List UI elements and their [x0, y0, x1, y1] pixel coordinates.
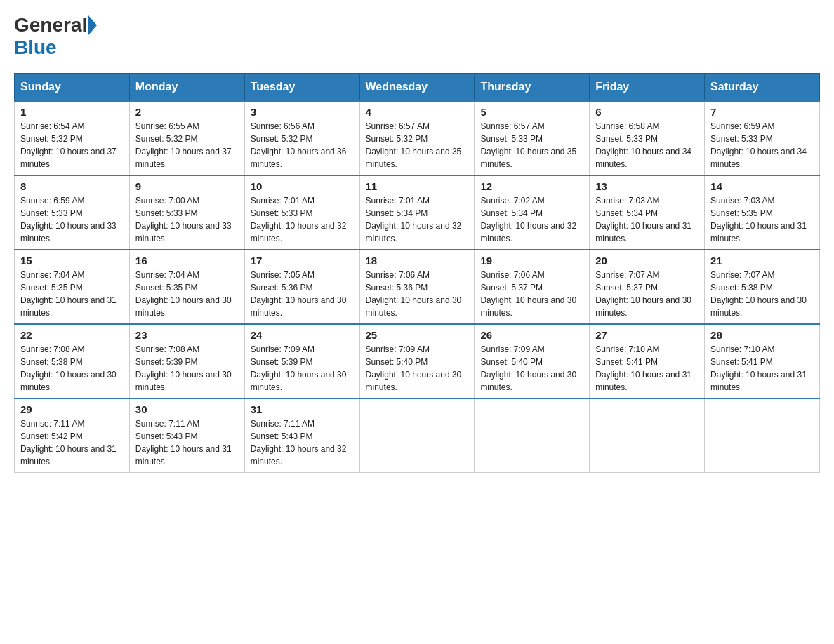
- day-number: 22: [20, 329, 124, 341]
- page-header: General Blue: [14, 14, 820, 59]
- day-number: 23: [135, 329, 239, 341]
- day-number: 16: [135, 255, 239, 267]
- calendar-table: SundayMondayTuesdayWednesdayThursdayFrid…: [14, 73, 820, 473]
- weekday-header-sunday: Sunday: [15, 74, 130, 102]
- calendar-cell: 2 Sunrise: 6:55 AMSunset: 5:32 PMDayligh…: [129, 101, 244, 175]
- day-info: Sunrise: 7:11 AMSunset: 5:43 PMDaylight:…: [251, 417, 354, 468]
- day-number: 18: [366, 255, 469, 267]
- calendar-cell: 26 Sunrise: 7:09 AMSunset: 5:40 PMDaylig…: [475, 324, 590, 398]
- day-number: 29: [20, 403, 124, 415]
- day-info: Sunrise: 7:02 AMSunset: 5:34 PMDaylight:…: [480, 194, 583, 245]
- day-info: Sunrise: 6:56 AMSunset: 5:32 PMDaylight:…: [251, 120, 354, 170]
- calendar-cell: [705, 398, 820, 473]
- day-number: 8: [20, 180, 124, 192]
- calendar-cell: 20 Sunrise: 7:07 AMSunset: 5:37 PMDaylig…: [590, 250, 705, 324]
- day-number: 28: [710, 329, 814, 341]
- day-info: Sunrise: 7:03 AMSunset: 5:34 PMDaylight:…: [595, 194, 699, 245]
- day-number: 20: [595, 255, 699, 267]
- day-info: Sunrise: 7:04 AMSunset: 5:35 PMDaylight:…: [20, 269, 124, 319]
- calendar-cell: 28 Sunrise: 7:10 AMSunset: 5:41 PMDaylig…: [705, 324, 820, 398]
- weekday-header-tuesday: Tuesday: [244, 74, 359, 102]
- calendar-cell: 29 Sunrise: 7:11 AMSunset: 5:42 PMDaylig…: [15, 398, 130, 473]
- day-number: 5: [480, 106, 583, 118]
- day-info: Sunrise: 6:57 AMSunset: 5:33 PMDaylight:…: [480, 120, 583, 170]
- calendar-cell: 21 Sunrise: 7:07 AMSunset: 5:38 PMDaylig…: [705, 250, 820, 324]
- day-number: 1: [20, 106, 124, 118]
- calendar-cell: [475, 398, 590, 473]
- logo-triangle-icon: [88, 15, 97, 35]
- calendar-cell: 18 Sunrise: 7:06 AMSunset: 5:36 PMDaylig…: [359, 250, 475, 324]
- calendar-cell: 6 Sunrise: 6:58 AMSunset: 5:33 PMDayligh…: [590, 101, 705, 175]
- calendar-cell: 19 Sunrise: 7:06 AMSunset: 5:37 PMDaylig…: [475, 250, 590, 324]
- day-info: Sunrise: 7:09 AMSunset: 5:40 PMDaylight:…: [480, 343, 583, 394]
- day-number: 25: [366, 329, 469, 341]
- calendar-cell: 25 Sunrise: 7:09 AMSunset: 5:40 PMDaylig…: [359, 324, 475, 398]
- day-number: 10: [251, 180, 354, 192]
- day-info: Sunrise: 7:10 AMSunset: 5:41 PMDaylight:…: [595, 343, 699, 394]
- day-number: 24: [251, 329, 354, 341]
- weekday-header-monday: Monday: [129, 74, 244, 102]
- day-number: 2: [135, 106, 239, 118]
- day-info: Sunrise: 7:09 AMSunset: 5:40 PMDaylight:…: [366, 343, 469, 394]
- calendar-cell: 23 Sunrise: 7:08 AMSunset: 5:39 PMDaylig…: [129, 324, 244, 398]
- logo: General Blue: [14, 14, 98, 59]
- day-number: 12: [480, 180, 583, 192]
- day-info: Sunrise: 7:04 AMSunset: 5:35 PMDaylight:…: [135, 269, 239, 319]
- day-info: Sunrise: 6:59 AMSunset: 5:33 PMDaylight:…: [20, 194, 124, 245]
- calendar-week-row: 22 Sunrise: 7:08 AMSunset: 5:38 PMDaylig…: [15, 324, 820, 398]
- day-number: 14: [710, 180, 814, 192]
- day-info: Sunrise: 7:06 AMSunset: 5:37 PMDaylight:…: [480, 269, 583, 319]
- day-info: Sunrise: 7:08 AMSunset: 5:39 PMDaylight:…: [135, 343, 239, 394]
- day-number: 17: [251, 255, 354, 267]
- calendar-cell: 8 Sunrise: 6:59 AMSunset: 5:33 PMDayligh…: [15, 175, 130, 250]
- calendar-week-row: 15 Sunrise: 7:04 AMSunset: 5:35 PMDaylig…: [15, 250, 820, 324]
- day-info: Sunrise: 6:57 AMSunset: 5:32 PMDaylight:…: [366, 120, 469, 170]
- day-number: 31: [251, 403, 354, 415]
- logo-general-text: General: [14, 14, 87, 36]
- calendar-week-row: 29 Sunrise: 7:11 AMSunset: 5:42 PMDaylig…: [15, 398, 820, 473]
- day-number: 6: [595, 106, 699, 118]
- day-info: Sunrise: 7:11 AMSunset: 5:42 PMDaylight:…: [20, 417, 124, 468]
- day-info: Sunrise: 7:01 AMSunset: 5:33 PMDaylight:…: [251, 194, 354, 245]
- day-info: Sunrise: 7:07 AMSunset: 5:37 PMDaylight:…: [595, 269, 699, 319]
- calendar-cell: 22 Sunrise: 7:08 AMSunset: 5:38 PMDaylig…: [15, 324, 130, 398]
- day-info: Sunrise: 7:06 AMSunset: 5:36 PMDaylight:…: [366, 269, 469, 319]
- day-number: 13: [595, 180, 699, 192]
- day-number: 9: [135, 180, 239, 192]
- calendar-cell: 30 Sunrise: 7:11 AMSunset: 5:43 PMDaylig…: [129, 398, 244, 473]
- day-info: Sunrise: 7:01 AMSunset: 5:34 PMDaylight:…: [366, 194, 469, 245]
- calendar-cell: 11 Sunrise: 7:01 AMSunset: 5:34 PMDaylig…: [359, 175, 475, 250]
- day-info: Sunrise: 6:55 AMSunset: 5:32 PMDaylight:…: [135, 120, 239, 170]
- day-info: Sunrise: 7:09 AMSunset: 5:39 PMDaylight:…: [251, 343, 354, 394]
- day-number: 19: [480, 255, 583, 267]
- weekday-header-wednesday: Wednesday: [359, 74, 475, 102]
- calendar-cell: 5 Sunrise: 6:57 AMSunset: 5:33 PMDayligh…: [475, 101, 590, 175]
- weekday-header-friday: Friday: [590, 74, 705, 102]
- day-number: 21: [710, 255, 814, 267]
- logo-blue-text: Blue: [14, 36, 57, 58]
- calendar-cell: [590, 398, 705, 473]
- calendar-cell: 16 Sunrise: 7:04 AMSunset: 5:35 PMDaylig…: [129, 250, 244, 324]
- calendar-week-row: 1 Sunrise: 6:54 AMSunset: 5:32 PMDayligh…: [15, 101, 820, 175]
- day-info: Sunrise: 7:03 AMSunset: 5:35 PMDaylight:…: [710, 194, 814, 245]
- day-number: 7: [710, 106, 814, 118]
- calendar-cell: 9 Sunrise: 7:00 AMSunset: 5:33 PMDayligh…: [129, 175, 244, 250]
- calendar-cell: [359, 398, 475, 473]
- calendar-cell: 1 Sunrise: 6:54 AMSunset: 5:32 PMDayligh…: [15, 101, 130, 175]
- day-info: Sunrise: 7:00 AMSunset: 5:33 PMDaylight:…: [135, 194, 239, 245]
- calendar-cell: 7 Sunrise: 6:59 AMSunset: 5:33 PMDayligh…: [705, 101, 820, 175]
- calendar-cell: 24 Sunrise: 7:09 AMSunset: 5:39 PMDaylig…: [244, 324, 359, 398]
- calendar-cell: 13 Sunrise: 7:03 AMSunset: 5:34 PMDaylig…: [590, 175, 705, 250]
- calendar-cell: 14 Sunrise: 7:03 AMSunset: 5:35 PMDaylig…: [705, 175, 820, 250]
- day-info: Sunrise: 7:08 AMSunset: 5:38 PMDaylight:…: [20, 343, 124, 394]
- calendar-cell: 27 Sunrise: 7:10 AMSunset: 5:41 PMDaylig…: [590, 324, 705, 398]
- calendar-cell: 31 Sunrise: 7:11 AMSunset: 5:43 PMDaylig…: [244, 398, 359, 473]
- day-info: Sunrise: 7:11 AMSunset: 5:43 PMDaylight:…: [135, 417, 239, 468]
- day-number: 11: [366, 180, 469, 192]
- calendar-cell: 4 Sunrise: 6:57 AMSunset: 5:32 PMDayligh…: [359, 101, 475, 175]
- day-info: Sunrise: 7:05 AMSunset: 5:36 PMDaylight:…: [251, 269, 354, 319]
- day-number: 3: [251, 106, 354, 118]
- calendar-cell: 10 Sunrise: 7:01 AMSunset: 5:33 PMDaylig…: [244, 175, 359, 250]
- day-number: 4: [366, 106, 469, 118]
- weekday-header-saturday: Saturday: [705, 74, 820, 102]
